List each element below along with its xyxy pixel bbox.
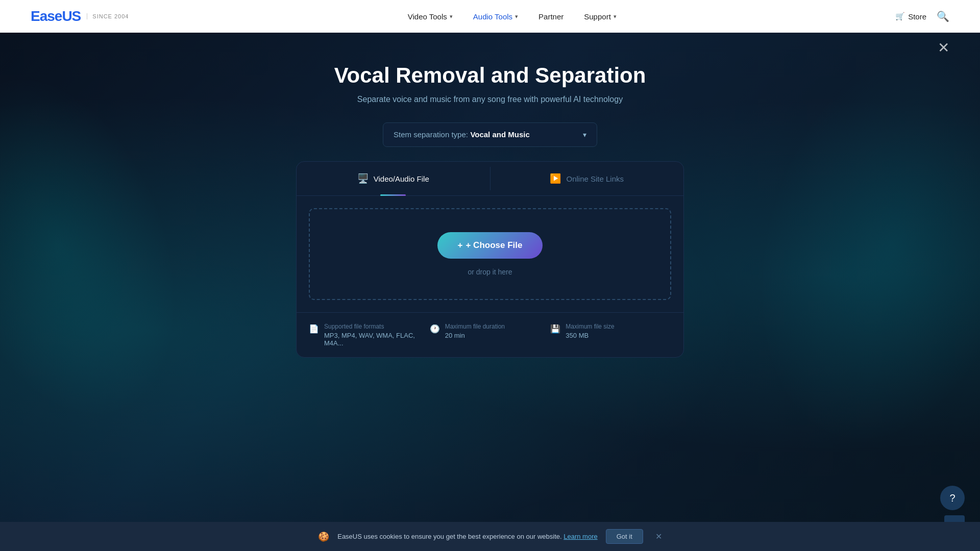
file-icon: 📄: [309, 324, 319, 334]
cart-icon: 🛒: [895, 12, 905, 21]
page-subtitle: Separate voice and music from any song f…: [357, 95, 623, 104]
page-title: Vocal Removal and Separation: [334, 63, 646, 88]
nav-links: Video Tools ▾ Audio Tools ▾ Partner Supp…: [408, 12, 617, 21]
formats-value: MP3, MP4, WAV, WMA, FLAC, M4A...: [324, 332, 430, 347]
plus-icon: +: [458, 240, 463, 251]
nav-right: 🛒 Store 🔍: [895, 10, 949, 22]
info-item-formats: 📄 Supported file formats MP3, MP4, WAV, …: [309, 323, 430, 347]
tab-online-links[interactable]: ▶️ Online Site Links: [491, 162, 684, 195]
tab-video-audio[interactable]: 🖥️ Video/Audio File: [297, 162, 490, 195]
logo-since: SINCE 2004: [87, 13, 129, 19]
duration-label: Maximum file duration: [445, 323, 505, 330]
clock-icon: 🕐: [430, 324, 440, 334]
stem-dropdown-value: Vocal and Music: [470, 130, 529, 139]
close-button[interactable]: ✕: [938, 41, 949, 55]
stem-dropdown-label-area: Stem separation type: Vocal and Music: [394, 130, 530, 139]
learn-more-link[interactable]: Learn more: [564, 533, 597, 540]
info-item-duration: 🕐 Maximum file duration 20 min: [430, 323, 551, 347]
nav-item-partner[interactable]: Partner: [538, 12, 564, 21]
chevron-down-icon: ▾: [583, 131, 586, 139]
nav-item-support[interactable]: Support ▾: [584, 12, 617, 21]
link-icon: ▶️: [550, 173, 561, 184]
chevron-down-icon: ▾: [450, 13, 453, 20]
question-mark-icon: ?: [949, 492, 955, 504]
info-size-text: Maximum file size 350 MB: [566, 323, 614, 339]
search-icon[interactable]: 🔍: [937, 10, 949, 22]
size-label: Maximum file size: [566, 323, 614, 330]
drop-text: or drop it here: [468, 268, 512, 276]
info-item-size: 💾 Maximum file size 350 MB: [550, 323, 671, 347]
duration-value: 20 min: [445, 332, 505, 339]
upload-tabs: 🖥️ Video/Audio File ▶️ Online Site Links: [297, 162, 683, 196]
size-value: 350 MB: [566, 332, 614, 339]
choose-file-button[interactable]: + + Choose File: [437, 232, 543, 259]
stem-dropdown-label: Stem separation type:: [394, 130, 468, 139]
main-content: Vocal Removal and Separation Separate vo…: [0, 33, 980, 358]
logo-area[interactable]: EaseUS SINCE 2004: [31, 8, 129, 24]
info-duration-text: Maximum file duration 20 min: [445, 323, 505, 339]
size-icon: 💾: [550, 324, 560, 334]
nav-item-audio-tools[interactable]: Audio Tools ▾: [473, 12, 518, 21]
cookie-text: EaseUS uses cookies to ensure you get th…: [337, 533, 597, 540]
upload-card: 🖥️ Video/Audio File ▶️ Online Site Links…: [296, 161, 684, 358]
got-it-button[interactable]: Got it: [606, 529, 643, 544]
drop-zone[interactable]: + + Choose File or drop it here: [309, 208, 671, 300]
info-row: 📄 Supported file formats MP3, MP4, WAV, …: [297, 312, 683, 357]
cookie-close-icon[interactable]: ✕: [655, 532, 662, 541]
nav-item-video-tools[interactable]: Video Tools ▾: [408, 12, 453, 21]
info-formats-text: Supported file formats MP3, MP4, WAV, WM…: [324, 323, 430, 347]
cookie-icon: 🍪: [318, 531, 329, 542]
cookie-bar: 🍪 EaseUS uses cookies to ensure you get …: [0, 522, 980, 551]
file-icon: 🖥️: [357, 173, 369, 184]
chevron-down-icon: ▾: [515, 13, 518, 20]
chevron-down-icon: ▾: [614, 13, 617, 20]
store-button[interactable]: 🛒 Store: [895, 12, 926, 21]
help-button[interactable]: ?: [940, 486, 965, 510]
stem-separation-dropdown[interactable]: Stem separation type: Vocal and Music ▾: [383, 122, 597, 147]
formats-label: Supported file formats: [324, 323, 430, 330]
logo-text: EaseUS: [31, 8, 81, 24]
navbar: EaseUS SINCE 2004 Video Tools ▾ Audio To…: [0, 0, 980, 33]
